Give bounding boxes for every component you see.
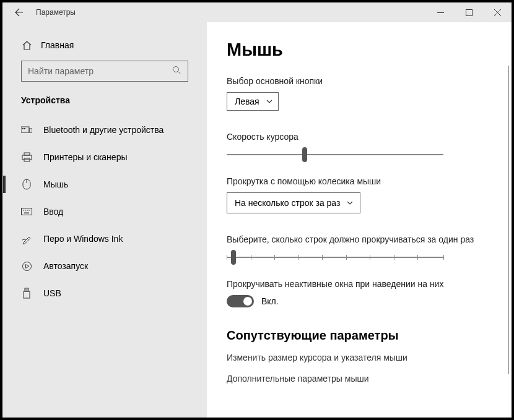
related-heading: Сопутствующие параметры xyxy=(227,328,492,343)
sidebar-item-label: Ввод xyxy=(43,207,63,216)
page-title: Мышь xyxy=(227,40,492,60)
toggle-state-label: Вкл. xyxy=(261,296,279,306)
lines-per-scroll-slider[interactable] xyxy=(227,257,443,258)
related-link-cursor-size[interactable]: Изменить размер курсора и указателя мыши xyxy=(227,353,492,362)
svg-rect-4 xyxy=(24,128,25,129)
autoplay-icon xyxy=(21,260,32,272)
cursor-speed-label: Скорость курсора xyxy=(227,132,492,142)
svg-point-12 xyxy=(25,210,26,211)
svg-rect-7 xyxy=(22,155,32,160)
minimize-button[interactable] xyxy=(426,2,455,22)
category-title: Устройства xyxy=(2,95,207,116)
svg-rect-2 xyxy=(21,127,29,132)
slider-thumb[interactable] xyxy=(302,147,307,162)
close-button[interactable] xyxy=(483,2,512,22)
primary-button-label: Выбор основной кнопки xyxy=(227,76,492,86)
sidebar-item-label: Перо и Windows Ink xyxy=(43,234,123,244)
sidebar-item-label: USB xyxy=(43,288,61,298)
usb-icon xyxy=(21,288,32,299)
svg-rect-17 xyxy=(25,288,28,291)
chevron-down-icon xyxy=(266,98,273,105)
sidebar-item-typing[interactable]: Ввод xyxy=(2,198,207,225)
svg-rect-15 xyxy=(24,213,29,214)
lines-per-scroll-label: Выберите, сколько строк должно прокручив… xyxy=(227,234,492,244)
svg-point-14 xyxy=(28,210,30,211)
slider-thumb[interactable] xyxy=(231,250,236,265)
home-link[interactable]: Главная xyxy=(2,35,207,61)
svg-rect-6 xyxy=(24,153,30,155)
mouse-icon xyxy=(21,179,32,190)
sidebar: Главная Устройства Bluetooth и другие ус… xyxy=(2,22,207,418)
search-box[interactable] xyxy=(21,61,188,82)
scroll-mode-label: Прокрутка с помощью колесика мыши xyxy=(227,176,492,186)
scrollbar[interactable] xyxy=(508,66,509,374)
svg-rect-0 xyxy=(466,9,472,15)
svg-point-13 xyxy=(27,210,28,211)
keyboard-icon xyxy=(21,206,32,217)
printer-icon xyxy=(21,152,32,163)
sidebar-item-bluetooth[interactable]: Bluetooth и другие устройства xyxy=(2,116,207,144)
app-title: Параметры xyxy=(36,8,76,17)
sidebar-item-label: Bluetooth и другие устройства xyxy=(43,125,163,135)
chevron-down-icon xyxy=(346,199,354,207)
search-icon xyxy=(172,66,181,77)
inactive-scroll-label: Прокручивать неактивные окна при наведен… xyxy=(227,279,492,289)
sidebar-item-label: Мышь xyxy=(43,179,68,189)
sidebar-item-autoplay[interactable]: Автозапуск xyxy=(2,252,207,280)
sidebar-item-mouse[interactable]: Мышь xyxy=(2,171,207,198)
bluetooth-icon xyxy=(21,124,32,135)
home-icon xyxy=(21,40,32,51)
dropdown-value: На несколько строк за раз xyxy=(235,198,340,208)
svg-rect-20 xyxy=(27,289,28,291)
dropdown-value: Левая xyxy=(235,96,259,106)
cursor-speed-slider[interactable] xyxy=(227,154,443,155)
scroll-mode-dropdown[interactable]: На несколько строк за раз xyxy=(227,192,360,213)
svg-rect-19 xyxy=(26,289,27,291)
main-panel: Мышь Выбор основной кнопки Левая Скорост… xyxy=(207,22,512,418)
svg-point-16 xyxy=(22,262,31,270)
svg-point-1 xyxy=(173,66,179,72)
home-label: Главная xyxy=(41,40,74,50)
svg-rect-18 xyxy=(24,291,30,298)
titlebar: Параметры xyxy=(2,2,512,22)
pen-icon xyxy=(21,233,32,244)
sidebar-item-usb[interactable]: USB xyxy=(2,280,207,307)
sidebar-item-label: Автозапуск xyxy=(43,261,88,271)
svg-point-11 xyxy=(23,210,24,211)
inactive-scroll-toggle[interactable] xyxy=(227,295,254,307)
maximize-button[interactable] xyxy=(455,2,483,22)
primary-button-dropdown[interactable]: Левая xyxy=(227,92,279,111)
toggle-knob xyxy=(243,297,252,306)
svg-rect-5 xyxy=(29,129,32,132)
sidebar-item-pen[interactable]: Перо и Windows Ink xyxy=(2,225,207,252)
sidebar-item-printers[interactable]: Принтеры и сканеры xyxy=(2,144,207,171)
back-button[interactable] xyxy=(14,7,25,18)
svg-rect-10 xyxy=(22,208,32,215)
related-link-advanced-mouse[interactable]: Дополнительные параметры мыши xyxy=(227,374,492,384)
sidebar-item-label: Принтеры и сканеры xyxy=(43,152,127,162)
search-input[interactable] xyxy=(28,66,172,76)
svg-rect-3 xyxy=(22,128,24,129)
